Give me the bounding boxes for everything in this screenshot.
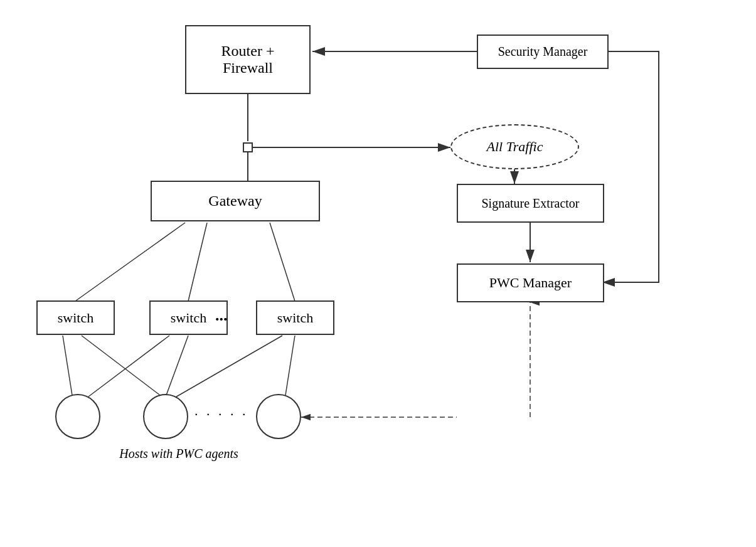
switch3-label: switch	[277, 310, 313, 326]
signature-extractor-node: Signature Extractor	[457, 184, 604, 223]
gateway-node: Gateway	[151, 181, 320, 221]
all-traffic-node: All Traffic	[450, 124, 579, 169]
pwc-manager-label: PWC Manager	[489, 275, 572, 291]
all-traffic-label: All Traffic	[487, 139, 543, 155]
security-manager-label: Security Manager	[498, 45, 588, 59]
router-firewall-node: Router + Firewall	[185, 25, 311, 94]
host-circle-2	[143, 394, 188, 439]
svg-line-14	[88, 336, 169, 397]
network-diagram: Router + Firewall Security Manager All T…	[0, 0, 756, 547]
pwc-manager-node: PWC Manager	[457, 263, 604, 302]
switches-dots: ···	[215, 310, 228, 329]
svg-line-16	[176, 336, 282, 397]
svg-line-12	[63, 336, 72, 395]
svg-line-17	[285, 336, 295, 395]
svg-line-10	[188, 223, 207, 301]
junction-square	[243, 142, 253, 152]
hosts-dots: · · · · ·	[194, 406, 248, 423]
switch3-node: switch	[256, 300, 334, 335]
svg-line-11	[270, 223, 295, 301]
security-manager-node: Security Manager	[477, 35, 609, 69]
svg-line-9	[75, 223, 185, 301]
switch1-label: switch	[58, 310, 93, 326]
router-firewall-label: Router + Firewall	[221, 43, 275, 77]
signature-extractor-label: Signature Extractor	[481, 196, 579, 211]
switch2-label: switch	[171, 310, 206, 326]
hosts-label: Hosts with PWC agents	[50, 447, 307, 461]
host-circle-1	[55, 394, 100, 439]
host-circle-3	[256, 394, 301, 439]
svg-line-13	[82, 336, 160, 395]
svg-line-15	[166, 336, 188, 395]
gateway-label: Gateway	[208, 193, 262, 210]
diagram-arrows	[0, 0, 756, 547]
switch1-node: switch	[36, 300, 115, 335]
